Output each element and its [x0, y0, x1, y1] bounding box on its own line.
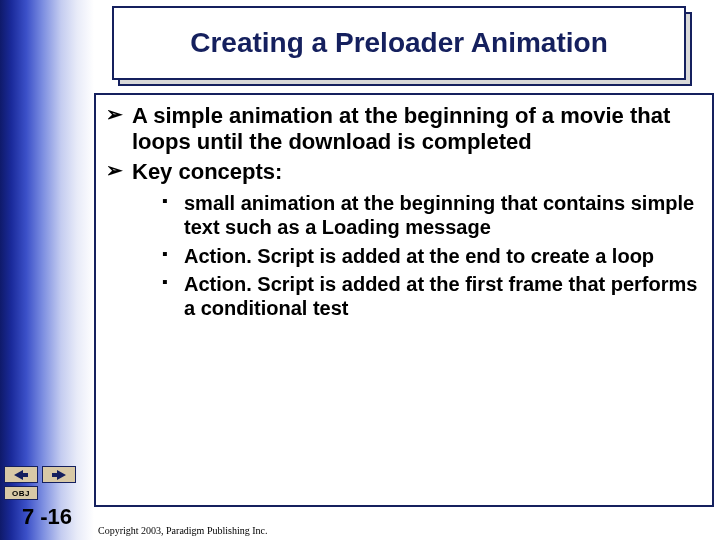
page-number: 7 -16 — [0, 504, 94, 530]
obj-label: OBJ — [12, 489, 30, 498]
prev-button[interactable] — [4, 466, 38, 483]
bullet-text: Key concepts: — [132, 159, 282, 184]
slide-title: Creating a Preloader Animation — [190, 28, 608, 57]
svg-marker-1 — [52, 470, 66, 480]
bullet-list-level1: A simple animation at the beginning of a… — [106, 103, 698, 321]
arrow-left-icon — [14, 466, 28, 484]
nav-buttons — [4, 466, 76, 483]
bullet-text: A simple animation at the beginning of a… — [132, 103, 670, 154]
title-panel: Creating a Preloader Animation — [112, 6, 686, 80]
content-panel: A simple animation at the beginning of a… — [94, 93, 714, 507]
sub-bullet-text: small animation at the beginning that co… — [184, 192, 694, 238]
sub-bullet-item: Action. Script is added at the end to cr… — [162, 244, 698, 268]
copyright-text: Copyright 2003, Paradigm Publishing Inc. — [98, 525, 267, 536]
sub-bullet-item: small animation at the beginning that co… — [162, 191, 698, 240]
sub-bullet-text: Action. Script is added at the first fra… — [184, 273, 697, 319]
obj-button[interactable]: OBJ — [4, 486, 38, 500]
title-container: Creating a Preloader Animation — [112, 6, 692, 86]
arrow-right-icon — [52, 466, 66, 484]
sub-bullet-item: Action. Script is added at the first fra… — [162, 272, 698, 321]
sub-bullet-text: Action. Script is added at the end to cr… — [184, 245, 654, 267]
bullet-list-level2: small animation at the beginning that co… — [162, 191, 698, 321]
bullet-item: A simple animation at the beginning of a… — [106, 103, 698, 155]
bullet-item: Key concepts: small animation at the beg… — [106, 159, 698, 321]
next-button[interactable] — [42, 466, 76, 483]
svg-marker-0 — [14, 470, 28, 480]
sidebar-gradient — [0, 0, 94, 540]
